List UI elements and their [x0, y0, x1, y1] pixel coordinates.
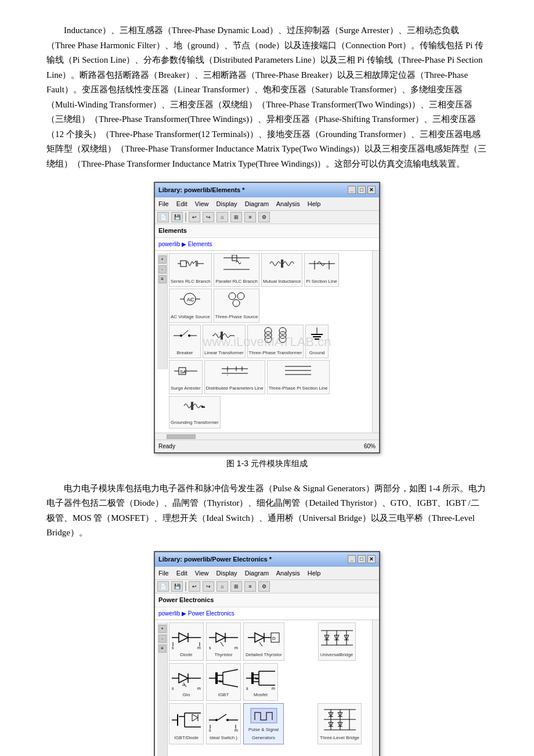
pe-ideal-switch[interactable]: s m Ideal Switch ): [206, 703, 241, 744]
toolbar-icon-list[interactable]: ≡: [244, 212, 256, 222]
toolbar-icon-new-2[interactable]: 📄: [157, 581, 169, 592]
zoom-out-icon-2[interactable]: -: [158, 635, 167, 643]
close-btn-1[interactable]: ✕: [367, 186, 376, 194]
comp-label-3ph: Three-Phase Source: [215, 313, 258, 321]
comp-3ph-src[interactable]: Three-Phase Source: [214, 289, 260, 322]
menu-analysis-2[interactable]: Analysis: [276, 570, 300, 577]
pe-components-grid: s m Diode: [169, 622, 377, 744]
menu-analysis-1[interactable]: Analysis: [276, 200, 300, 207]
menu-edit-2[interactable]: Edit: [176, 570, 187, 577]
pe-label-igbt: IGBT: [218, 691, 229, 699]
maximize-btn-2[interactable]: □: [358, 555, 366, 563]
menu-file-2[interactable]: File: [158, 570, 169, 577]
scroll-thumb-bottom-1[interactable]: [167, 434, 196, 439]
svg-point-18: [229, 293, 236, 300]
pe-igbt-diode[interactable]: IGBT/Diode: [169, 703, 204, 744]
parallel-rlc-symbol: [223, 255, 250, 277]
pe-detailed-thyristor[interactable]: D Detailed Thyristor: [243, 622, 284, 661]
pe-three-level-bridge[interactable]: Three-Level Bridge: [317, 703, 362, 744]
menu-view-1[interactable]: View: [195, 200, 209, 207]
svg-text:s: s: [209, 646, 211, 649]
titlebar-buttons-1[interactable]: _ □ ✕: [348, 186, 376, 194]
comp-3ph-pi[interactable]: Three-Phase Pi Section Line: [267, 360, 330, 394]
panel-icon-3[interactable]: ≡: [158, 275, 167, 283]
svg-point-35: [279, 336, 286, 343]
simulink-window-2: Library: powerlib/Power Electronics * _ …: [154, 551, 380, 756]
statusbar-1: Ready 60%: [155, 440, 379, 452]
svg-point-24: [188, 334, 190, 337]
toolbar-icon-settings-2[interactable]: ⚙: [258, 581, 270, 592]
toolbar-icon-home-2[interactable]: ⌂: [217, 581, 228, 592]
maximize-btn-1[interactable]: □: [358, 186, 366, 194]
menu-edit-1[interactable]: Edit: [176, 200, 187, 207]
pe-igbt[interactable]: IGBT: [206, 663, 241, 701]
toolbar-icon-list-2[interactable]: ≡: [244, 581, 256, 592]
svg-marker-125: [192, 714, 198, 721]
menu-help-2[interactable]: Help: [308, 570, 321, 577]
toolbar-icon-home[interactable]: ⌂: [217, 212, 228, 222]
menu-diagram-1[interactable]: Diagram: [245, 200, 269, 207]
menu-display-1[interactable]: Display: [217, 200, 237, 207]
svg-point-130: [226, 719, 229, 721]
svg-text:m: m: [234, 646, 238, 649]
comp-surge[interactable]: SA Surge Arrester: [169, 360, 203, 394]
toolbar-icon-new[interactable]: 📄: [157, 212, 169, 222]
toolbar-icon-redo-2[interactable]: ↪: [203, 581, 214, 592]
toolbar-icon-settings[interactable]: ⚙: [258, 212, 270, 222]
comp-ground[interactable]: Ground: [305, 325, 329, 358]
pe-gto[interactable]: s m Gto: [169, 663, 204, 701]
pe-label-pulse-signal: Pulse & SignalGenerators: [248, 726, 279, 741]
scrollbar-bottom-1[interactable]: [155, 433, 379, 440]
close-btn-2[interactable]: ✕: [367, 555, 376, 563]
titlebar-1: Library: powerlib/Elements * _ □ ✕: [155, 183, 379, 197]
menu-diagram-2[interactable]: Diagram: [245, 570, 269, 577]
toolbar-icon-grid[interactable]: ⊞: [230, 212, 242, 222]
menu-file-1[interactable]: File: [158, 200, 169, 207]
toolbar-icon-redo[interactable]: ↪: [203, 212, 214, 222]
comp-parallel-rlc[interactable]: Parallel RLC Branch: [214, 253, 259, 287]
comp-series-rlc[interactable]: Series RLC Branch: [169, 253, 212, 287]
pe-empty-3: [312, 663, 349, 701]
comp-label-src-v: AC Voltage Source: [171, 313, 210, 321]
scrollbar-right-1[interactable]: [372, 251, 379, 433]
content-area-2: + - ≡: [155, 620, 379, 756]
pe-diode[interactable]: s m Diode: [169, 622, 204, 661]
menu-display-2[interactable]: Display: [217, 570, 237, 577]
menu-view-2[interactable]: View: [195, 570, 209, 577]
toolbar-icon-save-2[interactable]: 💾: [171, 581, 183, 592]
svg-point-128: [215, 719, 218, 721]
minimize-btn-2[interactable]: _: [348, 555, 356, 563]
status-zoom-1: 60%: [364, 441, 376, 451]
comp-breaker[interactable]: Breaker: [169, 325, 201, 358]
toolbar-icon-undo[interactable]: ↩: [189, 212, 200, 222]
comp-label-series-rlc: Series RLC Branch: [171, 278, 210, 286]
zoom-in-icon-2[interactable]: +: [158, 625, 167, 633]
comp-mutual-ind[interactable]: Mutual Inductance: [261, 253, 302, 287]
titlebar-buttons-2[interactable]: _ □ ✕: [348, 555, 376, 563]
menu-help-1[interactable]: Help: [308, 200, 321, 207]
toolbar-icon-grid-2[interactable]: ⊞: [230, 581, 242, 592]
src-v-symbol: AC: [180, 290, 200, 312]
comp-3ph-transformer[interactable]: Three-Phase Transformer: [247, 325, 304, 358]
pe-label-ideal-switch: Ideal Switch ): [210, 734, 237, 742]
panel-icon-2-3[interactable]: ≡: [158, 645, 167, 653]
pe-thyristor[interactable]: s m Thyristor: [206, 622, 241, 661]
toolbar-icon-undo-2[interactable]: ↩: [189, 581, 200, 592]
zoom-out-icon[interactable]: -: [158, 265, 167, 273]
comp-pi-section[interactable]: Pi Section Line: [304, 253, 338, 287]
comp-grounding-t[interactable]: Grounding Transformer: [169, 396, 221, 429]
zoom-in-icon[interactable]: +: [158, 255, 167, 264]
svg-line-69: [221, 642, 223, 646]
status-text-1: Ready: [158, 441, 175, 451]
comp-src-v[interactable]: AC AC Voltage Source: [169, 289, 212, 322]
toolbar-icon-save[interactable]: 💾: [171, 212, 183, 222]
scrollbar-right-2[interactable]: [372, 620, 379, 756]
pe-pulse-signal[interactable]: Pulse & SignalGenerators: [243, 703, 284, 744]
comp-distributed[interactable]: Distributed Parameters Line: [204, 360, 265, 394]
comp-transformer[interactable]: Linear Transformer: [203, 325, 246, 358]
pe-label-thyristor: Thyristor: [214, 651, 232, 659]
pe-universal-bridge[interactable]: UniversalBridge: [318, 622, 356, 661]
figure-1-3: Library: powerlib/Elements * _ □ ✕ File …: [46, 182, 488, 471]
minimize-btn-1[interactable]: _: [348, 186, 356, 194]
pe-mosfet[interactable]: s m Mosfet: [243, 663, 278, 701]
